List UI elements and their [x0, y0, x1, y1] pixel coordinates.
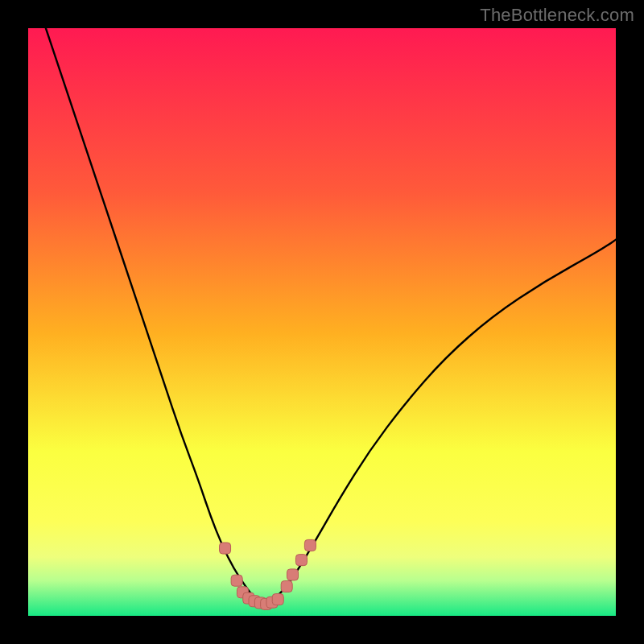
- plot-area: [28, 28, 616, 616]
- marker: [295, 555, 307, 566]
- chart-frame: TheBottleneck.com: [0, 0, 644, 644]
- marker: [304, 539, 316, 551]
- marker: [220, 543, 231, 554]
- marker: [231, 575, 242, 586]
- marker: [287, 569, 299, 580]
- marker: [281, 581, 292, 592]
- chart-svg: [28, 28, 616, 616]
- watermark-text: TheBottleneck.com: [480, 5, 634, 26]
- marker: [272, 594, 283, 605]
